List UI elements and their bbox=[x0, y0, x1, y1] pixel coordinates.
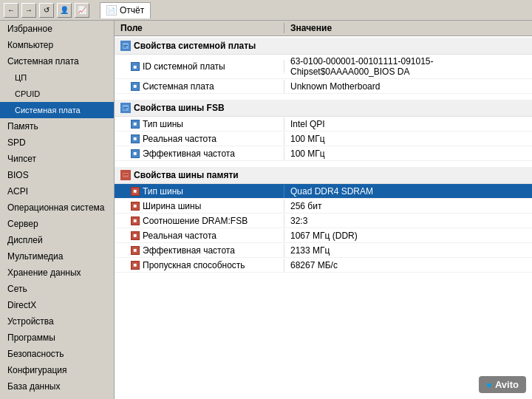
sidebar-item-os[interactable]: Операционная система bbox=[0, 200, 114, 216]
value-cell: 100 МГц bbox=[284, 147, 532, 160]
section1-title: Свойства системной платы bbox=[134, 41, 256, 51]
value-cell: Intel QPI bbox=[284, 117, 532, 131]
field-cell: ■ Системная плата bbox=[115, 80, 284, 93]
value-column-header: Значение bbox=[284, 23, 532, 33]
field-cell: ■ Эффективная частота bbox=[115, 244, 284, 257]
section3-title: Свойства шины памяти bbox=[134, 170, 239, 180]
spacer bbox=[115, 161, 532, 166]
section1-header: Свойства системной платы bbox=[115, 38, 532, 55]
avito-logo-icon: ● bbox=[486, 379, 492, 390]
sidebar-item-cpuid[interactable]: CPUID bbox=[0, 86, 114, 102]
section1-icon bbox=[120, 41, 131, 51]
spacer bbox=[115, 94, 532, 98]
sidebar-item-spd[interactable]: SPD bbox=[0, 134, 114, 151]
sidebar-item-directx[interactable]: DirectX bbox=[0, 297, 114, 313]
field-cell: ■ ID системной платы bbox=[115, 60, 284, 73]
sidebar-item-security[interactable]: Безопасность bbox=[0, 346, 114, 362]
title-bar: ← → ↺ 👤 📈 📄 Отчёт bbox=[0, 0, 532, 21]
value-cell: Unknown Motherboard bbox=[284, 80, 532, 93]
main-layout: Избранное Компьютер Системная плата ЦП C… bbox=[0, 21, 532, 399]
row-icon: ■ bbox=[131, 62, 140, 71]
sidebar-item-tests[interactable]: Тесты bbox=[0, 395, 114, 399]
table-row: ■ Тип шины Intel QPI bbox=[115, 117, 532, 132]
report-tab[interactable]: 📄 Отчёт bbox=[100, 2, 151, 18]
sidebar-item-cpu[interactable]: ЦП bbox=[0, 69, 114, 86]
field-cell: ■ Ширина шины bbox=[115, 200, 284, 213]
section2-header: Свойства шины FSB bbox=[115, 100, 532, 117]
sidebar-item-chipset[interactable]: Чипсет bbox=[0, 151, 114, 167]
svg-rect-7 bbox=[123, 109, 126, 109]
svg-rect-6 bbox=[123, 107, 128, 108]
field-cell: ■ Реальная частота bbox=[115, 229, 284, 242]
value-cell: 63-0100-000001-00101111-091015-Chipset$0… bbox=[284, 55, 532, 78]
row-icon: ■ bbox=[131, 149, 140, 158]
field-column-header: Поле bbox=[115, 23, 284, 33]
value-cell: 32:3 bbox=[284, 214, 532, 228]
value-cell: 256 бит bbox=[284, 200, 532, 213]
section3-icon bbox=[120, 170, 131, 180]
refresh-button[interactable]: ↺ bbox=[39, 3, 54, 18]
table-row: ■ Эффективная частота 2133 МГц bbox=[115, 243, 532, 258]
table-row: ■ Соотношение DRAM:FSB 32:3 bbox=[115, 214, 532, 228]
field-cell: ■ Эффективная частота bbox=[115, 147, 284, 160]
section2-icon bbox=[120, 103, 131, 113]
section3-header: Свойства шины памяти bbox=[115, 167, 532, 184]
table-row: ■ Реальная частота 100 МГц bbox=[115, 132, 532, 146]
back-button[interactable]: ← bbox=[4, 3, 18, 18]
report-tab-label: Отчёт bbox=[120, 5, 144, 16]
sidebar-item-database[interactable]: База данных bbox=[0, 378, 114, 395]
sidebar: Избранное Компьютер Системная плата ЦП C… bbox=[0, 21, 115, 399]
field-cell: ■ Соотношение DRAM:FSB bbox=[115, 214, 284, 228]
row-icon-mem: ■ bbox=[131, 187, 140, 196]
row-icon-mem: ■ bbox=[131, 216, 140, 225]
sidebar-item-computer[interactable]: Компьютер bbox=[0, 37, 114, 53]
sidebar-item-network[interactable]: Сеть bbox=[0, 281, 114, 297]
sidebar-item-devices[interactable]: Устройства bbox=[0, 313, 114, 330]
svg-rect-10 bbox=[123, 174, 128, 175]
forward-button[interactable]: → bbox=[21, 3, 36, 18]
sidebar-item-memory[interactable]: Память bbox=[0, 118, 114, 134]
content-area: Поле Значение Свойства системной платы ■… bbox=[115, 21, 532, 399]
row-icon: ■ bbox=[131, 120, 140, 129]
table-row: ■ Системная плата Unknown Motherboard bbox=[115, 79, 532, 94]
table-row: ■ Пропускная способность 68267 МБ/с bbox=[115, 258, 532, 273]
row-icon-mem: ■ bbox=[131, 231, 140, 240]
table-header: Поле Значение bbox=[115, 21, 532, 36]
sidebar-item-multimedia[interactable]: Мультимедиа bbox=[0, 248, 114, 265]
value-cell: Quad DDR4 SDRAM bbox=[284, 185, 532, 198]
row-icon-mem: ■ bbox=[131, 202, 140, 211]
avito-badge: ● Avito bbox=[479, 376, 526, 393]
sidebar-item-server[interactable]: Сервер bbox=[0, 216, 114, 232]
report-icon: 📄 bbox=[106, 5, 117, 16]
value-cell: 68267 МБ/с bbox=[284, 259, 532, 272]
row-icon: ■ bbox=[131, 134, 140, 143]
table-row: ■ Реальная частота 1067 МГц (DDR) bbox=[115, 228, 532, 243]
user-button[interactable]: 👤 bbox=[57, 3, 72, 18]
sidebar-item-favorites[interactable]: Избранное bbox=[0, 21, 114, 37]
sidebar-item-storage[interactable]: Хранение данных bbox=[0, 265, 114, 281]
row-icon: ■ bbox=[131, 82, 140, 91]
svg-rect-2 bbox=[123, 45, 128, 46]
table-row: ■ Ширина шины 256 бит bbox=[115, 199, 532, 214]
row-icon-mem: ■ bbox=[131, 246, 140, 255]
table-row-highlighted[interactable]: ■ Тип шины Quad DDR4 SDRAM bbox=[115, 184, 532, 199]
table-row: ■ Эффективная частота 100 МГц bbox=[115, 146, 532, 161]
chart-button[interactable]: 📈 bbox=[75, 3, 89, 18]
avito-label: Avito bbox=[495, 379, 519, 390]
value-cell: 2133 МГц bbox=[284, 244, 532, 257]
value-cell: 1067 МГц (DDR) bbox=[284, 229, 532, 242]
sidebar-item-programs[interactable]: Программы bbox=[0, 330, 114, 346]
sidebar-item-display[interactable]: Дисплей bbox=[0, 232, 114, 248]
toolbar: ← → ↺ 👤 📈 bbox=[4, 3, 89, 18]
sidebar-item-acpi[interactable]: ACPI bbox=[0, 183, 114, 200]
sidebar-item-config[interactable]: Конфигурация bbox=[0, 362, 114, 378]
value-cell: 100 МГц bbox=[284, 132, 532, 146]
sidebar-item-motherboard-group[interactable]: Системная плата bbox=[0, 53, 114, 69]
sidebar-item-bios[interactable]: BIOS bbox=[0, 167, 114, 183]
field-cell: ■ Тип шины bbox=[115, 117, 284, 131]
sidebar-item-sysboard[interactable]: Системная плата bbox=[0, 102, 114, 118]
field-cell: ■ Реальная частота bbox=[115, 132, 284, 146]
field-cell: ■ Тип шины bbox=[115, 185, 284, 198]
svg-rect-3 bbox=[123, 47, 126, 47]
section2-title: Свойства шины FSB bbox=[134, 103, 225, 113]
